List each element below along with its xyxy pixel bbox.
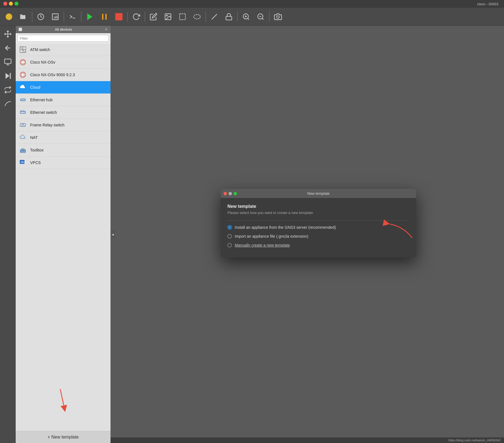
dialog-divider <box>227 220 409 221</box>
device-item-ethernet-hub[interactable]: Ethernet hub <box>16 94 111 106</box>
radio-label-import: Import an appliance file (.gns3a extensi… <box>235 234 308 239</box>
reload-button[interactable] <box>129 10 143 23</box>
new-file-button[interactable] <box>2 10 16 23</box>
svg-point-11 <box>194 14 200 19</box>
separator-3 <box>81 12 81 22</box>
svg-point-56 <box>24 112 25 113</box>
screenshot-button[interactable] <box>271 10 285 23</box>
panel-header: ⬜ All devices ✕ <box>16 26 111 33</box>
edit-button[interactable] <box>147 10 160 23</box>
image-button[interactable] <box>161 10 175 23</box>
ellipse-select-button[interactable] <box>190 10 204 23</box>
rect-select-button[interactable] <box>176 10 189 23</box>
open-file-button[interactable] <box>17 10 30 23</box>
radio-option-import[interactable]: Import an appliance file (.gns3a extensi… <box>227 234 409 239</box>
move-icon[interactable] <box>2 28 14 40</box>
canvas-area[interactable]: New template New template Please select … <box>111 26 504 443</box>
history-button[interactable] <box>34 10 47 23</box>
radio-option-install[interactable]: Install an appliance from the GNS3 serve… <box>227 225 409 230</box>
device-label: Cloud <box>30 85 40 90</box>
svg-point-51 <box>24 100 25 100</box>
main-area: ⬜ All devices ✕ ATM switch <box>0 26 504 443</box>
nat-icon[interactable] <box>2 84 14 96</box>
svg-point-0 <box>6 13 12 20</box>
dialog-titlebar: New template <box>221 189 416 198</box>
frame-relay-switch-icon <box>18 121 27 129</box>
svg-point-50 <box>23 100 24 100</box>
svg-rect-60 <box>20 124 25 127</box>
dialog-subheading: Please select how you want to create a n… <box>227 211 409 215</box>
svg-line-14 <box>230 14 231 15</box>
traffic-lights <box>3 2 18 6</box>
lock-button[interactable] <box>222 10 236 23</box>
device-item-cloud[interactable]: Cloud <box>16 81 111 94</box>
device-item-cisco-nxosv[interactable]: Cisco NX-OSv <box>16 56 111 69</box>
new-template-dialog: New template New template Please select … <box>221 189 416 257</box>
device-label: Cisco NX-OSv <box>30 60 55 64</box>
vpcs-icon: VPCS <box>18 158 27 167</box>
dialog-maximize-button[interactable] <box>234 192 237 195</box>
stop-button[interactable] <box>112 10 126 23</box>
panel-title: All devices <box>22 27 105 32</box>
device-item-cisco-nxosv-9000[interactable]: Cisco NX-OSv 9000 9.2.3 <box>16 69 111 81</box>
svg-text:VPCS: VPCS <box>21 161 26 163</box>
cisco-nxosv-icon <box>18 58 27 67</box>
device-label: NAT <box>30 135 38 140</box>
svg-line-34 <box>23 50 25 52</box>
status-bar: https://blog.csdn.net/weixin_44058342 <box>111 437 504 443</box>
device-panel: ⬜ All devices ✕ ATM switch <box>16 26 111 443</box>
radio-option-manual[interactable]: Manually create a new template <box>227 243 409 247</box>
svg-rect-29 <box>10 73 11 79</box>
svg-marker-5 <box>87 13 93 20</box>
dialog-minimize-button[interactable] <box>229 192 232 195</box>
device-item-frame-relay-switch[interactable]: Frame Relay switch <box>16 119 111 131</box>
dialog-overlay: New template New template Please select … <box>111 26 504 443</box>
dialog-close-button[interactable] <box>224 192 227 195</box>
dialog-title: New template <box>307 191 329 196</box>
device-item-atm-switch[interactable]: ATM switch <box>16 44 111 56</box>
scroll-left-icon: ◀ <box>112 233 114 236</box>
svg-rect-10 <box>180 14 186 20</box>
minimize-button[interactable] <box>9 2 13 6</box>
pause-button[interactable] <box>98 10 111 23</box>
stop-icon <box>115 13 123 20</box>
panel-close[interactable]: ✕ <box>105 27 108 32</box>
radio-circle-import[interactable] <box>227 234 232 239</box>
dialog-traffic-lights <box>224 192 237 195</box>
device-item-ethernet-switch[interactable]: Ethernet switch <box>16 106 111 119</box>
zoom-in-button[interactable] <box>239 10 253 23</box>
device-label: Ethernet hub <box>30 98 52 102</box>
device-label: Ethernet switch <box>30 110 57 115</box>
radio-circle-manual[interactable] <box>227 243 232 247</box>
svg-point-9 <box>166 15 167 16</box>
svg-point-53 <box>21 112 22 113</box>
ethernet-switch-icon <box>18 108 27 117</box>
device-item-toolbox[interactable]: Toolbox <box>16 144 111 157</box>
svg-line-20 <box>262 18 263 20</box>
separator-7 <box>237 12 238 22</box>
device-label: VPCS <box>30 160 41 165</box>
close-button[interactable] <box>3 2 7 6</box>
play-button[interactable] <box>83 10 97 23</box>
atm-switch-icon <box>18 45 27 54</box>
scroll-left-button[interactable]: ◀ <box>111 230 115 239</box>
zoom-out-button[interactable] <box>254 10 267 23</box>
radio-circle-install[interactable] <box>227 225 232 230</box>
panel-expand[interactable]: ⬜ <box>18 28 22 31</box>
monitor-icon[interactable] <box>2 56 14 68</box>
curve-icon[interactable] <box>2 98 14 110</box>
svg-point-36 <box>22 61 24 63</box>
svg-rect-7 <box>105 14 107 20</box>
back-arrow-icon[interactable] <box>2 42 14 54</box>
new-template-button[interactable]: + New template <box>16 431 111 443</box>
svg-line-33 <box>20 47 22 49</box>
device-item-nat[interactable]: NAT <box>16 131 111 144</box>
step-forward-icon[interactable] <box>2 70 14 82</box>
text-button[interactable]: ab <box>49 10 62 23</box>
terminal-button[interactable] <box>66 10 79 23</box>
filter-input[interactable] <box>17 35 109 42</box>
device-item-vpcs[interactable]: VPCS VPCS <box>16 157 111 169</box>
maximize-button[interactable] <box>15 2 18 6</box>
line-button[interactable] <box>208 10 221 23</box>
svg-point-49 <box>22 100 23 100</box>
